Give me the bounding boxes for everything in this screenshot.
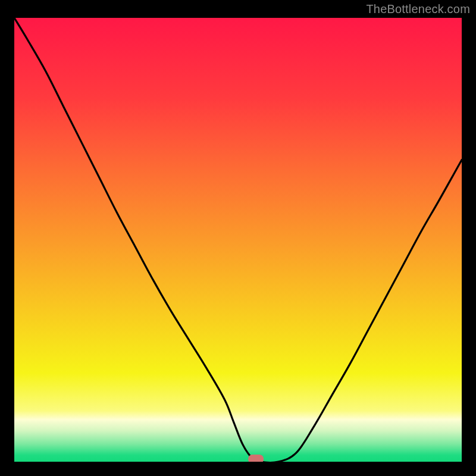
optimal-marker [248,455,264,462]
chart-frame: TheBottleneck.com [0,0,476,476]
chart-background [14,18,462,462]
chart-svg [14,18,462,462]
watermark-text: TheBottleneck.com [366,2,470,16]
plot-area [14,18,462,462]
